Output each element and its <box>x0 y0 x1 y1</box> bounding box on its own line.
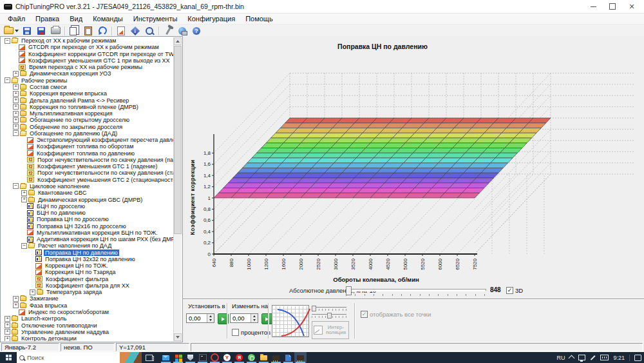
tree-item[interactable]: Порог нечувствительности по скачку давле… <box>2 170 173 176</box>
view-3d-toggle[interactable]: ✓ 3D <box>506 287 523 294</box>
scroll-up-icon[interactable] <box>174 37 182 45</box>
taskbar-app-chip[interactable] <box>270 352 282 363</box>
tree-item[interactable]: +Квантование GBC <box>2 190 173 196</box>
chevron-up-icon[interactable] <box>569 355 575 362</box>
interpolation-button[interactable]: Интер-поляция <box>312 321 349 339</box>
checkbox-3d-icon[interactable]: ✓ <box>506 287 513 294</box>
taskbar-app-opera[interactable] <box>209 352 221 363</box>
tree-item[interactable]: Экстраполирующий коэффициент пересчета д… <box>2 137 173 143</box>
tree-item[interactable]: Поправка ЦН 32x16 по дросселю <box>2 222 173 229</box>
tree-item[interactable]: +Динамическая коррекция GBC (ДМРВ) <box>2 196 173 202</box>
tree-item[interactable]: +Динамическая коррекция УОЗ <box>2 70 173 77</box>
tree-item[interactable]: +Состав смеси <box>2 84 173 90</box>
show-all-points-checkbox-icon[interactable]: ✓ <box>361 311 368 318</box>
start-button[interactable] <box>0 352 17 363</box>
menu-item-4[interactable]: Инструменты <box>128 15 183 23</box>
toolbar-paste-button[interactable] <box>82 25 95 36</box>
toolbar-help-button[interactable]: ? <box>190 25 203 36</box>
expand-icon[interactable]: + <box>13 71 19 77</box>
pen-icon[interactable] <box>591 355 595 360</box>
collapse-icon[interactable]: − <box>5 77 10 83</box>
expand-icon[interactable]: + <box>13 97 19 103</box>
tree-item[interactable]: GTCDR при переходе от ХХ к рабочим режим… <box>2 44 173 50</box>
tree-item[interactable]: −Переход от ХХ к рабочим режимам <box>2 37 173 44</box>
expand-icon[interactable]: + <box>21 197 27 202</box>
tree-item[interactable]: Коэффициент топлива по оборотам <box>2 143 173 150</box>
keyboard-icon[interactable] <box>600 355 609 360</box>
search-highlight-image[interactable] <box>120 352 142 363</box>
percent-checkbox-icon[interactable] <box>232 329 239 336</box>
tree-item[interactable]: БЦН по дросселю <box>2 203 173 210</box>
tree-item[interactable]: Коррекция ЦН по Тзаряда <box>2 269 173 275</box>
tree-item[interactable]: +Обеднение по закрытию дросселя <box>2 123 173 130</box>
tree-item[interactable]: Индекс по скорости/оборотам <box>2 309 173 315</box>
taskbar-app-chiptuningpro[interactable] <box>294 352 307 363</box>
toolbar-open-button[interactable] <box>3 25 19 36</box>
toolbar-search-button[interactable] <box>143 25 156 36</box>
set-to-spinbox[interactable]: 0,00 <box>186 313 214 323</box>
expand-icon[interactable]: + <box>30 289 35 295</box>
tree-item[interactable]: −Обогащение по давлению (ДАД) <box>2 130 173 137</box>
collapse-icon[interactable]: − <box>21 243 27 249</box>
slider-thumb[interactable] <box>312 306 316 311</box>
tree-scrollbar[interactable] <box>173 37 182 341</box>
notification-center-icon[interactable] <box>634 355 641 361</box>
tree-item[interactable]: Коррекция ЦН по ТОЖ. <box>2 262 173 269</box>
slider-thumb[interactable] <box>327 313 332 319</box>
tree-item[interactable]: +Контроль детонации <box>2 335 173 341</box>
spinner-arrows-icon[interactable] <box>207 314 214 322</box>
tree-item[interactable]: +Фаза впрыска <box>2 302 173 309</box>
expand-icon[interactable]: + <box>5 329 10 335</box>
minimize-button[interactable] <box>583 1 603 12</box>
taskbar-app-green[interactable] <box>245 352 258 363</box>
expand-icon[interactable]: + <box>13 91 19 97</box>
tree-item[interactable]: +Мультипликативная коррекция <box>2 110 173 117</box>
pressure-slider[interactable] <box>346 289 486 291</box>
percent-checkbox[interactable]: процентов <box>232 329 270 336</box>
tree-item[interactable]: Коэффициент фильтра для ХХ <box>2 282 173 289</box>
tree-item[interactable]: +Температура заряда <box>2 289 173 295</box>
tree-item[interactable]: Коэффициент коррекции GTCDR при переходе… <box>2 51 173 57</box>
tree-item[interactable]: Коэффициент уменьшения GTC 1 при выходе … <box>2 57 173 64</box>
network-icon[interactable] <box>578 355 585 360</box>
expand-icon[interactable]: + <box>13 104 19 110</box>
menu-item-2[interactable]: Вид <box>64 15 88 23</box>
tree-item[interactable]: −Цикловое наполнение <box>2 183 173 190</box>
tree-item[interactable]: Коэффициент уменьшения GTC 2 (стационарн… <box>2 177 173 183</box>
toolbar-undo-button[interactable] <box>96 25 109 36</box>
menu-item-0[interactable]: Файл <box>3 15 30 23</box>
taskbar-app-folder[interactable] <box>258 352 270 363</box>
toolbar-save-as-button[interactable] <box>35 25 48 36</box>
toolbar-tools-button[interactable] <box>162 25 175 36</box>
tree-item[interactable]: +Коррекция по топливной пленке (ДМРВ) <box>2 104 173 110</box>
menu-item-5[interactable]: Конфигурация <box>182 15 240 23</box>
tree-item[interactable]: Коэффициент топлива по давлению <box>2 150 173 157</box>
expand-icon[interactable]: + <box>5 316 10 322</box>
taskbar-app-store[interactable] <box>172 352 184 363</box>
taskbar-app-console[interactable] <box>196 352 209 363</box>
tree-item[interactable]: Коэффициент уменьшения GTC 1 (падение) <box>2 163 173 170</box>
chevron-down-icon[interactable] <box>15 30 19 32</box>
close-button[interactable]: ✕ <box>622 1 641 12</box>
interpolation-slider-1[interactable] <box>312 307 346 312</box>
tree-item[interactable]: +Обогащение по открытому дросселю <box>2 117 173 123</box>
set-to-value[interactable]: 0,00 <box>187 315 207 322</box>
toolbar-web-button[interactable] <box>176 25 189 36</box>
collapse-icon[interactable]: − <box>13 183 19 189</box>
taskbar-search-input[interactable]: Поиск <box>17 352 142 363</box>
tree-item[interactable]: БЦН по давлению <box>2 210 173 216</box>
tree-item[interactable]: Аддитивная коррекция ЦН по шагам РХХ (бе… <box>2 236 173 242</box>
collapse-icon[interactable]: − <box>5 38 10 44</box>
scroll-down-icon[interactable] <box>174 333 182 341</box>
expand-icon[interactable]: + <box>13 296 19 302</box>
curves-tool-button[interactable] <box>272 305 309 337</box>
taskbar-app-docs[interactable] <box>282 352 294 363</box>
toolbar-report-button[interactable] <box>115 25 128 36</box>
taskbar-app-ya[interactable]: Я <box>233 352 245 363</box>
tree-item[interactable]: +Отключение топливоподачи <box>2 322 173 328</box>
tree-item[interactable]: Мультипликативная коррекция БЦН по ТОЖ. <box>2 230 173 236</box>
taskbar-app-ybrowser[interactable]: Y <box>221 352 233 363</box>
tree-item[interactable]: Коэффициент фильтра <box>2 276 173 282</box>
tree-item[interactable]: Время перехода с ХХ на рабочие режимы <box>2 64 173 70</box>
tree-item[interactable]: Поправка ЦН 32x32 по давлению <box>2 256 173 262</box>
